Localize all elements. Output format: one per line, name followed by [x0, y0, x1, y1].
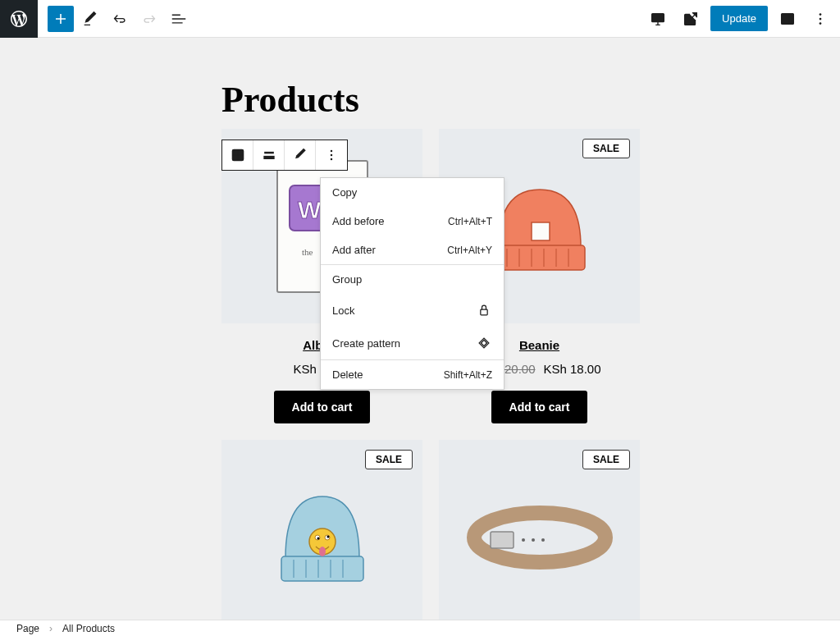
product-image: SALE — [439, 440, 640, 620]
svg-point-39 — [317, 537, 319, 539]
menu-label: Add after — [332, 244, 376, 256]
wordpress-logo-button[interactable] — [0, 0, 38, 38]
svg-rect-14 — [481, 309, 487, 315]
more-vertical-icon — [811, 10, 829, 28]
desktop-icon — [649, 10, 667, 28]
menu-shortcut: Ctrl+Alt+Y — [447, 245, 492, 256]
toolbar-left — [7, 0, 192, 38]
svg-point-44 — [522, 538, 525, 542]
redo-icon — [140, 10, 158, 28]
svg-point-40 — [326, 535, 329, 538]
svg-point-3 — [819, 13, 822, 16]
product-image: SALE — [221, 440, 422, 620]
pencil-icon — [81, 10, 99, 28]
product-name[interactable]: Beanie — [519, 338, 559, 352]
add-to-cart-button[interactable]: Add to cart — [491, 391, 588, 423]
svg-point-5 — [819, 22, 822, 25]
svg-rect-1 — [782, 13, 794, 24]
block-edit-button[interactable] — [285, 140, 316, 170]
menu-shortcut: Shift+Alt+Z — [444, 369, 492, 381]
svg-rect-22 — [495, 245, 585, 270]
preview-button[interactable] — [645, 6, 671, 32]
svg-text:W: W — [298, 196, 322, 223]
wordpress-icon — [9, 9, 29, 29]
price-current: KSh 18.00 — [544, 362, 601, 376]
editor-canvas: Products Copy Add before Ctrl+Alt+T Add … — [0, 38, 840, 620]
plus-icon — [51, 9, 71, 29]
menu-shortcut: Ctrl+Alt+T — [448, 216, 492, 227]
add-block-button[interactable] — [48, 6, 74, 32]
top-toolbar: Update — [0, 0, 840, 38]
svg-point-12 — [331, 154, 333, 157]
breadcrumb-root[interactable]: Page — [16, 623, 39, 634]
more-vertical-icon — [323, 147, 340, 163]
product-card[interactable]: SALE — [221, 440, 422, 620]
svg-rect-10 — [263, 156, 274, 159]
undo-icon — [111, 10, 129, 28]
external-icon — [682, 10, 700, 28]
svg-rect-29 — [532, 222, 550, 240]
svg-point-11 — [331, 150, 333, 153]
pencil-icon — [292, 147, 308, 163]
products-grid: W the Album KSh 15.00 Add to cart SALE — [221, 129, 840, 620]
menu-item-delete[interactable]: Delete Shift+Alt+Z — [321, 360, 504, 389]
update-button[interactable]: Update — [710, 6, 768, 31]
breadcrumb-current[interactable]: All Products — [62, 623, 115, 634]
breadcrumb: Page › All Products — [0, 620, 840, 636]
grid-icon — [230, 147, 246, 163]
block-options-menu: Copy Add before Ctrl+Alt+T Add after Ctr… — [320, 177, 504, 390]
menu-item-copy[interactable]: Copy — [321, 178, 504, 207]
sale-badge: SALE — [365, 450, 413, 469]
block-type-button[interactable] — [222, 140, 253, 170]
block-options-button[interactable] — [316, 140, 347, 170]
menu-item-add-before[interactable]: Add before Ctrl+Alt+T — [321, 207, 504, 236]
list-view-icon — [170, 10, 188, 28]
svg-point-13 — [331, 158, 333, 161]
menu-label: Delete — [332, 368, 363, 381]
menu-label: Group — [332, 273, 362, 286]
block-toolbar — [221, 140, 348, 171]
svg-rect-43 — [491, 532, 514, 548]
menu-label: Copy — [332, 186, 357, 199]
block-align-button[interactable] — [253, 140, 285, 170]
menu-item-lock[interactable]: Lock — [321, 294, 504, 327]
lock-icon — [476, 302, 492, 318]
svg-rect-9 — [264, 152, 274, 154]
settings-panel-button[interactable] — [774, 6, 801, 32]
menu-item-add-after[interactable]: Add after Ctrl+Alt+Y — [321, 236, 504, 264]
svg-point-4 — [819, 17, 822, 20]
svg-point-45 — [532, 538, 535, 542]
view-page-button[interactable] — [678, 6, 704, 32]
undo-button[interactable] — [107, 6, 133, 32]
menu-label: Lock — [332, 304, 354, 317]
svg-point-41 — [319, 547, 326, 556]
toolbar-right: Update — [645, 6, 833, 32]
tools-edit-button[interactable] — [77, 6, 103, 32]
svg-text:the: the — [302, 247, 313, 257]
menu-label: Add before — [332, 215, 385, 227]
svg-point-46 — [541, 538, 545, 542]
pattern-icon — [476, 335, 492, 351]
menu-item-group[interactable]: Group — [321, 265, 504, 294]
svg-rect-16 — [481, 340, 486, 345]
menu-label: Create pattern — [332, 337, 400, 350]
align-icon — [261, 147, 277, 163]
options-button[interactable] — [807, 6, 833, 32]
menu-item-create-pattern[interactable]: Create pattern — [321, 327, 504, 359]
beanie-blue-illustration — [273, 484, 372, 591]
product-card[interactable]: SALE — [439, 440, 640, 620]
belt-illustration — [466, 501, 614, 574]
sidebar-icon — [778, 10, 797, 28]
svg-rect-0 — [652, 13, 664, 21]
add-to-cart-button[interactable]: Add to cart — [274, 391, 371, 423]
redo-button[interactable] — [136, 6, 162, 32]
chevron-right-icon: › — [49, 623, 52, 634]
page-title[interactable]: Products — [221, 79, 840, 121]
sale-badge: SALE — [582, 139, 630, 158]
sale-badge: SALE — [582, 450, 630, 469]
document-overview-button[interactable] — [166, 6, 192, 32]
